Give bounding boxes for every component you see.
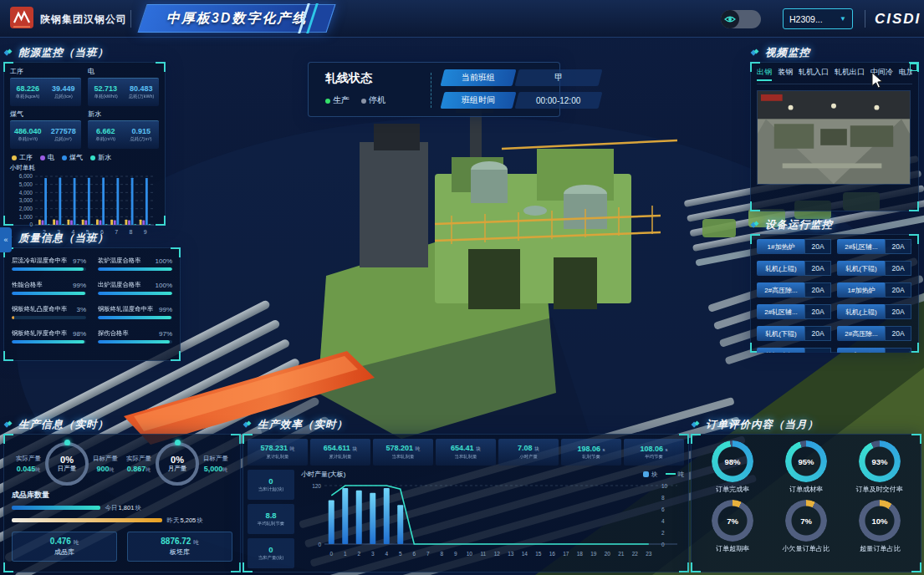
- inventory-bar-yesterday: 昨天5,205块: [12, 515, 232, 526]
- quality-percent: 98%: [73, 330, 86, 338]
- efficiency-card-label: 当班轧制量: [392, 453, 415, 460]
- camera-feed-thumbnail[interactable]: [757, 90, 911, 185]
- equipment-item[interactable]: 轧机(下辊)20A: [837, 261, 912, 276]
- equipment-item[interactable]: 轧机(上辊)20A: [757, 261, 832, 276]
- crew-time-value: 00:00-12:00: [515, 92, 603, 109]
- daily-output-group: 实际产量 0.045吨 0% 日产量 目标产量 900吨: [12, 439, 122, 486]
- order-donut-cell: 7%小欠量订单占比: [781, 500, 831, 554]
- camera-tab[interactable]: 中间冷: [870, 67, 893, 81]
- chevron-down-icon: ▼: [840, 15, 846, 23]
- donut-label: 订单及时交付率: [856, 485, 904, 494]
- status-legend-item: 停机: [361, 94, 385, 106]
- svg-text:6: 6: [412, 551, 416, 557]
- legend-label: 新水: [98, 154, 111, 161]
- equipment-item[interactable]: 轧机(下辊)20A: [757, 326, 832, 341]
- quality-item-header: 出炉温度合格率100%: [98, 280, 172, 289]
- monthly-output-group: 实际产量 0.867吨 0% 月产量 目标产量 5,000吨: [122, 439, 232, 486]
- order-donut-cell: 93%订单及时交付率: [855, 440, 905, 495]
- equipment-current-value: 20A: [804, 348, 831, 353]
- energy-value-pair: 80.483总耗(万kWh): [124, 79, 160, 106]
- equipment-item[interactable]: 1#加热炉20A: [757, 239, 832, 254]
- svg-text:18: 18: [577, 551, 584, 557]
- efficiency-panel: 生产效率（实时） 578.231 吨累计轧制量654.611 块累计轧制量578…: [242, 415, 689, 572]
- legend-label: 工序: [19, 154, 33, 161]
- status-legend-label: 停机: [369, 95, 385, 104]
- production-panel-title: 生产信息（实时）: [3, 415, 241, 434]
- energy-value-pair: 486.040单耗(m³/t): [10, 121, 46, 149]
- crew-time-row: 班组时间 00:00-12:00: [442, 92, 600, 109]
- energy-card-box: 6.662单耗(m³/t)0.915总耗(万m³): [88, 120, 159, 149]
- crew-time-label: 班组时间: [441, 92, 517, 109]
- camera-tab[interactable]: 装钢: [778, 67, 793, 81]
- heat-number-dropdown[interactable]: H2309... ▼: [783, 8, 853, 29]
- camera-tab[interactable]: 轧机入口: [799, 67, 829, 81]
- hourly-chart-legend: 块 吨: [643, 471, 684, 479]
- svg-text:120: 120: [312, 483, 321, 489]
- energy-card: 新水6.662单耗(m³/t)0.915总耗(万m³): [88, 109, 159, 149]
- energy-card: 电52.713单耗(kWh/t)80.483总耗(万kWh): [88, 67, 159, 106]
- equipment-item[interactable]: 2#高压除...20A: [757, 282, 832, 298]
- quality-percent: 97%: [159, 330, 172, 338]
- status-dot: [361, 99, 366, 104]
- company-name: 陕钢集团汉钢公司: [40, 13, 127, 27]
- svg-text:10: 10: [661, 483, 668, 489]
- efficiency-stats: 0当班计划(块)8.8平均轧制节奏0当班产量(块): [248, 470, 294, 568]
- current-crew-value: 甲: [515, 69, 603, 86]
- equipment-current-value: 20A: [804, 261, 831, 276]
- visibility-toggle[interactable]: [721, 10, 761, 28]
- inventory-bar-fill: [12, 518, 162, 522]
- equipment-item[interactable]: 轧机(上辊)20A: [757, 348, 832, 353]
- quality-label: 探伤合格率: [98, 328, 129, 337]
- expand-icon[interactable]: [910, 64, 917, 71]
- quality-bar-track: [98, 292, 172, 295]
- svg-text:0: 0: [318, 542, 321, 547]
- camera-tab[interactable]: 轧机出口: [835, 67, 865, 81]
- svg-text:19: 19: [590, 551, 597, 557]
- quality-bar-track: [98, 340, 172, 343]
- panel-diamond-icon: [691, 420, 701, 430]
- legend-item: 电: [40, 153, 54, 162]
- efficiency-card-label: 累计轧制量: [329, 453, 352, 460]
- order-donut-cell: 10%超量订单占比: [859, 500, 901, 554]
- energy-value-label: 单耗(m³/t): [95, 135, 115, 142]
- status-legend-label: 生产: [333, 95, 350, 104]
- donut-label: 小欠量订单占比: [783, 544, 830, 553]
- equipment-item[interactable]: 轧机(上辊)20A: [837, 304, 912, 319]
- collapse-panel-tab[interactable]: «: [0, 227, 12, 252]
- camera-tab[interactable]: 出钢: [757, 67, 772, 81]
- divider: [431, 73, 431, 108]
- efficiency-card-unit: 吨: [290, 446, 295, 451]
- energy-value-label: 单耗(m³/t): [18, 135, 38, 142]
- efficiency-stat-label: 当班产量(块): [258, 554, 284, 561]
- efficiency-card-label: 平均节奏: [645, 453, 663, 460]
- equipment-item[interactable]: 2#高压除...20A: [837, 348, 912, 353]
- equipment-item[interactable]: 2#轧区辅...20A: [757, 304, 832, 319]
- quality-item-header: 层流冷却温度命中率97%: [12, 256, 86, 265]
- quality-bar-track: [12, 340, 86, 343]
- donut-value: 98%: [712, 440, 753, 482]
- efficiency-card: 578.201 吨当班轧制量: [373, 439, 433, 466]
- energy-card: 工序68.226单耗(kgce/t)39.449总耗(tce): [10, 67, 81, 106]
- line-legend-swatch: [666, 473, 676, 475]
- status-dot: [325, 99, 330, 104]
- quality-label: 钢板终轧厚度命中率: [12, 328, 67, 337]
- quality-label: 钢板终轧凸度命中率: [12, 304, 67, 313]
- order-evaluation-panel: 订单评价内容（当月） 98%订单完成率95%订单成材率93%订单及时交付率7%订…: [691, 415, 921, 572]
- energy-value: 68.226: [16, 84, 39, 93]
- order-donut: 95%: [785, 440, 827, 482]
- equipment-item[interactable]: 2#轧区辅...20A: [837, 239, 912, 254]
- svg-text:6,000: 6,000: [19, 173, 33, 179]
- donut-value: 10%: [859, 500, 901, 542]
- efficiency-stat-label: 当班计划(块): [258, 486, 284, 492]
- legend-dot: [40, 155, 45, 160]
- equipment-item[interactable]: 2#高压除...20A: [837, 326, 912, 341]
- quality-bar-track: [12, 292, 86, 295]
- energy-value-pair: 52.713单耗(kWh/t): [88, 79, 124, 106]
- donut-value: 7%: [785, 500, 827, 542]
- energy-value-pair: 277578总耗(m³): [46, 121, 82, 149]
- equipment-item[interactable]: 1#加热炉20A: [837, 282, 912, 298]
- quality-bar-fill: [12, 316, 14, 319]
- energy-category-label: 煤气: [10, 109, 81, 119]
- panel-diamond-icon: [3, 420, 13, 430]
- daily-target: 目标产量 900吨: [93, 455, 118, 474]
